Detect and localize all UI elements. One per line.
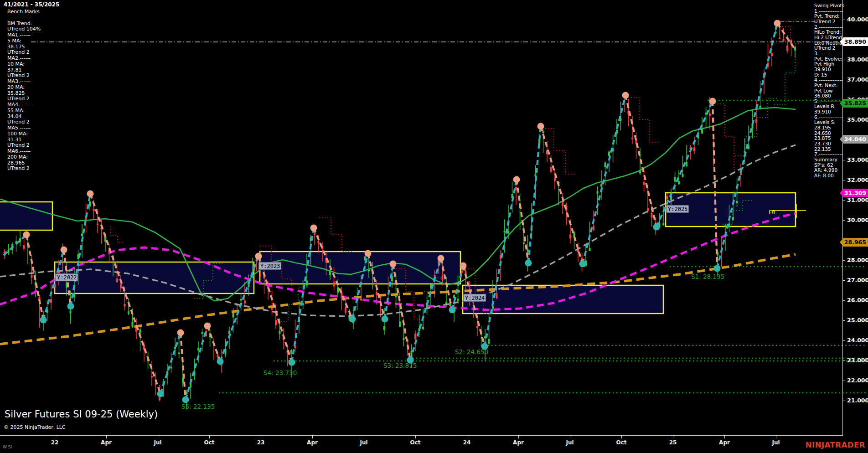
candle-body	[422, 327, 424, 329]
candle-body	[360, 299, 362, 300]
price-tick-mark	[842, 20, 845, 20]
price-tick-mark	[842, 60, 845, 60]
copyright-text: © 2025 NinjaTrader, LLC	[4, 424, 66, 430]
candle-body	[682, 174, 684, 177]
support-level-label: S1: 28.195	[691, 273, 724, 280]
candle-body	[504, 231, 506, 232]
candle-body	[554, 178, 556, 181]
swing-leg	[583, 95, 625, 264]
chart-title: Silver Futures SI 09-25 (Weekly)	[5, 409, 158, 420]
candle-body	[23, 245, 25, 249]
candle-body	[244, 300, 246, 304]
candle-body	[333, 282, 335, 286]
year-range-box	[55, 262, 254, 293]
price-tick-label: 23.000	[847, 357, 868, 364]
pivot-low-dot	[157, 391, 164, 397]
candle-body	[771, 53, 773, 56]
candle-body	[542, 131, 544, 133]
time-tick-mark	[621, 436, 622, 438]
time-axis[interactable]: 22AprJulOct23AprJulOct24AprJulOct25AprJu…	[0, 435, 842, 453]
time-tick-mark	[415, 436, 416, 438]
candle-body	[662, 223, 664, 225]
candle-body	[140, 329, 141, 334]
candle-body	[376, 292, 377, 295]
price-tick-label: 38.000	[847, 56, 868, 63]
trail-step-green	[774, 46, 795, 105]
candle-body	[314, 233, 315, 235]
candle-body	[418, 328, 420, 331]
candle-body	[337, 287, 339, 293]
price-tick-mark	[842, 320, 845, 321]
series-interval-tag: W SI	[3, 445, 12, 449]
support-level-label: S3: 23.875	[383, 362, 417, 369]
swing-leg	[4, 235, 26, 255]
pivot-high-dot	[204, 323, 211, 329]
year-label: Y:2022	[57, 274, 77, 281]
time-tick-label: Jul	[360, 439, 367, 446]
trail-step-red	[780, 26, 799, 44]
pivot-high-dot	[537, 123, 544, 130]
time-tick-mark	[673, 436, 673, 438]
pivot-high-dot	[460, 263, 467, 269]
time-tick-label: Apr	[719, 439, 730, 446]
pivot-low-dot	[382, 316, 388, 323]
pivot-high-dot	[774, 20, 781, 27]
time-tick-label: Oct	[410, 439, 420, 446]
candle-body	[70, 311, 72, 314]
candle-body	[604, 162, 606, 167]
candle-body	[178, 352, 180, 354]
candle-body	[186, 392, 188, 394]
price-marker-tag: 38.890	[840, 37, 868, 46]
time-tick-label: 22	[51, 439, 59, 446]
candle-body	[651, 213, 653, 217]
support-level-label: S4: 23.730	[264, 369, 297, 376]
candle-body	[116, 278, 118, 282]
price-tick-label: 35.000	[847, 116, 868, 123]
swing-leg	[517, 180, 528, 263]
candle-body	[290, 350, 292, 354]
price-tick-label: 30.000	[847, 216, 868, 223]
candle-body	[569, 235, 571, 239]
year-range-box	[0, 202, 52, 230]
trail-step-red	[319, 218, 353, 252]
candle-body	[488, 339, 490, 344]
pivot-high-dot	[87, 190, 94, 197]
candle-body	[608, 152, 610, 156]
candle-body	[97, 224, 98, 225]
time-tick-mark	[312, 436, 313, 438]
time-tick-mark	[570, 436, 570, 438]
swing-leg	[717, 23, 777, 268]
price-tick-label: 24.000	[847, 337, 868, 344]
chart-plot-area[interactable]: Y:2022Y:2023Y:2024Y:2025S1: 28.195S2: 24…	[0, 0, 868, 435]
pivot-low-dot	[525, 260, 532, 267]
candle-body	[306, 280, 308, 285]
time-tick-mark	[158, 436, 158, 438]
time-tick-mark	[518, 436, 519, 438]
time-tick-label: Apr	[101, 439, 112, 446]
candle-body	[50, 299, 52, 303]
pivot-high-dot	[513, 176, 520, 183]
price-tick-label: 40.000	[847, 16, 868, 23]
price-tick-mark	[842, 160, 845, 160]
candle-body	[275, 320, 277, 325]
candle-body	[442, 276, 444, 280]
ninjatrader-logo: NINJATRADER	[806, 441, 865, 449]
price-marker-tag: 35.825	[840, 99, 868, 108]
candle-body	[8, 250, 10, 253]
pivot-high-dot	[390, 261, 397, 268]
price-tick-mark	[842, 200, 845, 201]
price-tick-label: 25.000	[847, 317, 868, 324]
swing-leg	[160, 333, 181, 394]
trail-step-red	[111, 226, 124, 243]
candle-body	[395, 296, 397, 297]
candle-body	[414, 334, 416, 339]
candle-body	[318, 241, 320, 243]
candle-body	[476, 326, 478, 328]
candle-body	[631, 138, 633, 139]
candle-body	[202, 332, 203, 334]
time-tick-mark	[776, 436, 776, 438]
price-axis[interactable]: 40.00038.00037.00036.00035.00033.00032.0…	[842, 0, 868, 435]
year-label: Y:2025	[668, 206, 687, 212]
candle-body	[752, 125, 754, 129]
swing-leg	[26, 235, 43, 320]
